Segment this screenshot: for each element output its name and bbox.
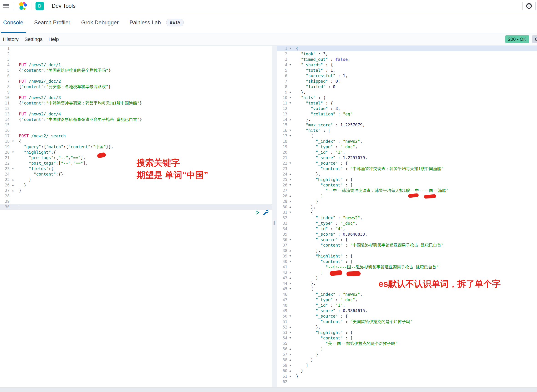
fold-open-icon[interactable]: ▼ (12, 166, 14, 171)
code-line[interactable]: 8 "failed" : 0 (277, 84, 537, 89)
code-line[interactable]: 59▲ ] (277, 363, 537, 368)
code-line[interactable]: 19 "query":{"match":{"content":"中国"}}, (0, 144, 272, 149)
fold-close-icon[interactable]: ▲ (289, 281, 291, 286)
request-editor[interactable]: 1234PUT /news2/_doc/15{"content":"美国留给伊拉… (0, 46, 272, 387)
code-line[interactable]: 2 (0, 51, 272, 57)
code-line[interactable]: 17▼ { (277, 133, 537, 139)
code-line[interactable]: 27 "--中--韩渔警冲突调查：韩警平均每天扣1艘--中----国--渔船" (277, 188, 537, 193)
code-line[interactable]: 23 "content" : "中韩渔警冲突调查：韩警平均每天扣1艘中国渔船" (277, 166, 537, 171)
code-line[interactable]: 29▲ } (277, 199, 537, 204)
code-line[interactable]: 21 "_score" : 1.2257079, (277, 155, 537, 160)
code-line[interactable]: 41 "--中----国--驻洛杉矶领事馆遭亚裔男子枪击 嫌犯已自首" (277, 264, 537, 270)
code-line[interactable]: 55 "美--国--留给伊拉克的是个烂摊子吗" (277, 341, 537, 346)
fold-open-icon[interactable]: ▼ (289, 335, 291, 341)
fold-open-icon[interactable]: ▼ (289, 259, 291, 264)
horizontal-scrollbar[interactable] (0, 387, 537, 392)
tab-grok-debugger[interactable]: Grok Debugger (79, 12, 121, 33)
code-line[interactable]: 30▲ }, (277, 204, 537, 210)
code-line[interactable]: 28▲ ] (277, 193, 537, 199)
code-line[interactable]: 62 (277, 379, 537, 384)
fold-close-icon[interactable]: ▲ (289, 357, 291, 363)
fold-open-icon[interactable]: ▼ (289, 62, 291, 68)
code-line[interactable]: 46 "_index" : "news2", (277, 292, 537, 297)
fold-close-icon[interactable]: ▲ (289, 171, 291, 177)
code-line[interactable]: 18 "_index" : "news2", (277, 139, 537, 144)
code-line[interactable]: 56▲ ] (277, 346, 537, 352)
space-badge[interactable]: D (36, 2, 44, 10)
code-line[interactable]: 6 (0, 73, 272, 79)
fold-open-icon[interactable]: ▼ (289, 286, 291, 292)
send-request-play-icon[interactable] (254, 210, 260, 216)
elastic-logo[interactable] (19, 2, 27, 10)
code-line[interactable]: 37 "content" : "中国驻洛杉矶领事馆遭亚裔男子枪击 嫌犯已自首" (277, 243, 537, 248)
code-line[interactable]: 26▼ "content" : [ (277, 182, 537, 188)
code-line[interactable]: 57▲ } (277, 352, 537, 357)
code-line[interactable]: 32 "_index" : "news2", (277, 215, 537, 221)
code-line[interactable]: 18▼{ (0, 139, 272, 144)
fold-close-icon[interactable]: ▲ (289, 346, 291, 352)
code-line[interactable]: 40▼ "content" : [ (277, 259, 537, 264)
fold-close-icon[interactable]: ▲ (289, 270, 291, 275)
fold-close-icon[interactable]: ▲ (289, 275, 291, 281)
code-line[interactable]: 9▲ }, (277, 89, 537, 95)
code-line[interactable]: 19 "_type" : "_doc", (277, 144, 537, 149)
fold-close-icon[interactable]: ▲ (289, 199, 291, 204)
code-line[interactable]: 14▲ }, (277, 117, 537, 122)
code-line[interactable]: 28 (0, 193, 272, 199)
tab-console[interactable]: Console (1, 12, 26, 33)
wrench-icon[interactable] (262, 210, 269, 216)
code-line[interactable]: 39▼ "highlight" : { (277, 253, 537, 259)
code-line[interactable]: 11▼ "total" : { (277, 100, 537, 106)
fold-close-icon[interactable]: ▲ (289, 204, 291, 210)
code-line[interactable]: 6 "successful" : 1, (277, 73, 537, 79)
code-line[interactable]: 31▼ { (277, 210, 537, 215)
help-menu[interactable]: Help (48, 36, 59, 42)
fold-open-icon[interactable]: ▼ (289, 160, 291, 166)
fold-open-icon[interactable]: ▼ (12, 139, 14, 144)
code-line[interactable]: 15 "max_score" : 1.2257079, (277, 122, 537, 128)
code-line[interactable]: 23▼ "fields":{ (0, 166, 272, 171)
code-line[interactable]: 16 (0, 128, 272, 133)
hamburger-menu-icon[interactable] (3, 4, 9, 8)
code-line[interactable]: 4▼ "_shards" : { (277, 62, 537, 68)
help-icon[interactable] (526, 3, 532, 9)
code-line[interactable]: 25▼ "highlight" : { (277, 177, 537, 182)
fold-open-icon[interactable]: ▼ (289, 210, 291, 215)
code-line[interactable]: 21 "pre_tags":["--","=="], (0, 155, 272, 160)
code-line[interactable]: 38▲ }, (277, 248, 537, 253)
fold-close-icon[interactable]: ▲ (12, 177, 14, 182)
code-line[interactable]: 15 (0, 122, 272, 128)
code-line[interactable]: 30 (0, 204, 272, 210)
code-line[interactable]: 49 "_score" : 0.3864615, (277, 308, 537, 313)
settings-menu[interactable]: Settings (24, 36, 42, 42)
history-menu[interactable]: History (3, 36, 19, 42)
code-line[interactable]: 14{"content":"中国驻洛杉矶领事馆遭亚裔男子枪击 嫌犯已自首"} (0, 117, 272, 122)
fold-open-icon[interactable]: ▼ (289, 100, 291, 106)
code-line[interactable]: 24 "content":{} (0, 171, 272, 177)
code-line[interactable]: 22▼ "_source" : { (277, 160, 537, 166)
fold-close-icon[interactable]: ▲ (289, 368, 291, 373)
code-line[interactable]: 20 "_id" : "3", (277, 149, 537, 155)
code-line[interactable]: 3 (0, 57, 272, 62)
code-line[interactable]: 48 "_id" : "1", (277, 303, 537, 308)
panel-resizer[interactable] (272, 46, 277, 387)
code-line[interactable]: 22 "post_tags":["--","=="], (0, 160, 272, 166)
code-line[interactable]: 4PUT /news2/_doc/1 (0, 62, 272, 68)
code-line[interactable]: 20▼ "highlight":{ (0, 149, 272, 155)
code-line[interactable]: 51 "content" : "美国留给伊拉克的是个烂摊子吗" (277, 319, 537, 324)
code-line[interactable]: 50▼ "_source" : { (277, 313, 537, 319)
code-line[interactable]: 3 "timed_out" : false, (277, 57, 537, 62)
fold-open-icon[interactable]: ▼ (289, 330, 291, 335)
code-line[interactable]: 2 "took" : 3, (277, 51, 537, 57)
code-line[interactable]: 12 (0, 106, 272, 111)
code-line[interactable]: 13PUT /news2/_doc/4 (0, 111, 272, 117)
fold-open-icon[interactable]: ▼ (289, 313, 291, 319)
resizer-handle-icon[interactable]: ‖ (273, 220, 276, 226)
code-line[interactable]: 5{"content":"美国留给伊拉克的是个烂摊子吗"} (0, 68, 272, 73)
fold-open-icon[interactable]: ▼ (289, 182, 291, 188)
code-line[interactable]: 42▲ ] (277, 270, 537, 275)
code-line[interactable]: 61▲} (277, 373, 537, 379)
code-line[interactable]: 11{"content":"中韩渔警冲突调查：韩警平均每天扣1艘中国渔船"} (0, 100, 272, 106)
fold-open-icon[interactable]: ▼ (289, 128, 291, 133)
code-line[interactable]: 10▼ "hits" : { (277, 95, 537, 100)
